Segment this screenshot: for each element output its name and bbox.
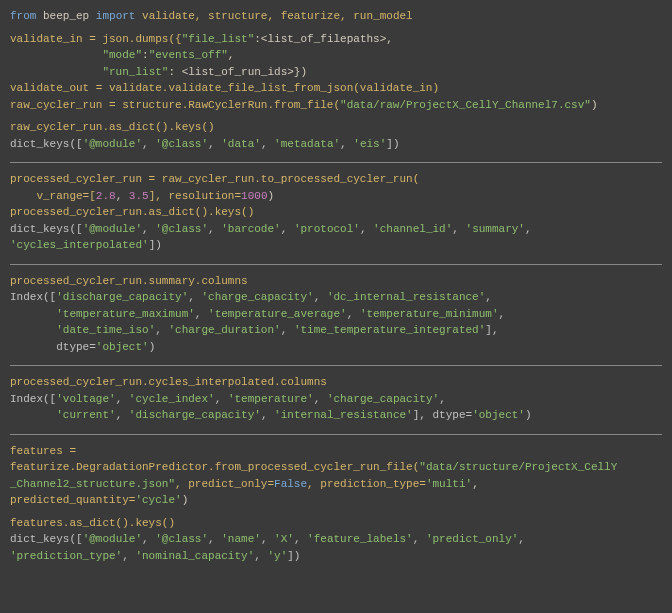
code-line: processed_cycler_run.as_dict().keys() [10,204,662,221]
string: 'internal_resistance' [274,409,413,421]
kw-false: False [274,478,307,490]
punct: , [142,533,155,545]
string: "data/raw/ProjectX_CellY_Channel7.csv" [340,99,591,111]
punct: ) [267,190,274,202]
kw-import: import [96,10,136,22]
string: 'summary' [466,223,525,235]
string: 'charge_capacity' [327,393,439,405]
code: processed_cycler_run = raw_cycler_run.to… [10,173,419,185]
string: 'time_temperature_integrated' [294,324,485,336]
out: dict_keys([ [10,138,83,150]
punct: , [208,138,221,150]
code-line: raw_cycler_run = structure.RawCyclerRun.… [10,97,662,114]
string: 'current' [56,409,115,421]
punct: , [122,550,135,562]
output-line: 'date_time_iso', 'charge_duration', 'tim… [10,322,662,339]
punct: ]) [287,550,300,562]
punct: ) [182,494,189,506]
separator [10,264,662,265]
out: Index([ [10,291,56,303]
string: 'temperature_minimum' [360,308,499,320]
separator [10,365,662,366]
indent [10,324,56,336]
string: 'y' [267,550,287,562]
punct: , [188,291,201,303]
punct: , [360,223,373,235]
import-names: validate, structure, featurize, run_mode… [135,10,412,22]
punct: , [116,190,129,202]
output-line: dtype='object') [10,339,662,356]
code: features = [10,445,76,457]
punct: , [208,223,221,235]
output-line: 'prediction_type', 'nominal_capacity', '… [10,548,662,565]
string: '@module' [83,533,142,545]
punct: , [314,291,327,303]
indent [10,66,102,78]
punct: , [439,393,446,405]
code-line: validate_out = validate.validate_file_li… [10,80,662,97]
code-line: features.as_dict().keys() [10,515,662,532]
string: 'X' [274,533,294,545]
string: 'object' [472,409,525,421]
code: : <list_of_run_ids>}) [168,66,307,78]
punct: , [195,308,208,320]
string: '@class' [155,223,208,235]
separator [10,434,662,435]
punct: ) [525,409,532,421]
code: , predict_only= [175,478,274,490]
code: dtype= [10,341,96,353]
punct: , [116,393,129,405]
code-line: "run_list": <list_of_run_ids>}) [10,64,662,81]
string: "mode" [102,49,142,61]
punct: , [499,308,506,320]
string: 'name' [221,533,261,545]
code: :<list_of_filepaths>, [254,33,393,45]
punct: , [347,308,360,320]
code: v_range=[ [10,190,96,202]
punct: , [485,291,492,303]
punct: , [413,533,426,545]
string: 'object' [96,341,149,353]
code: , prediction_type= [307,478,426,490]
punct: , [261,409,274,421]
punct: : [142,49,149,61]
code-block-1: from beep_ep import validate, structure,… [10,8,662,152]
string: "run_list" [102,66,168,78]
punct: , [142,138,155,150]
string: 'dc_internal_resistance' [327,291,485,303]
string: '@class' [155,533,208,545]
punct: , [142,223,155,235]
code: raw_cycler_run.as_dict().keys() [10,121,215,133]
code: processed_cycler_run.cycles_interpolated… [10,376,327,388]
punct: , [314,393,327,405]
punct: , [261,533,274,545]
punct: , [294,533,307,545]
string: 'prediction_type' [10,550,122,562]
number: 3.5 [129,190,149,202]
punct: , [518,533,525,545]
string: 'channel_id' [373,223,452,235]
code: features.as_dict().keys() [10,517,175,529]
string: "data/structure/ProjectX_CellY [419,461,617,473]
string: 'eis' [353,138,386,150]
punct: , [452,223,465,235]
out: dict_keys([ [10,223,83,235]
out: dict_keys([ [10,533,83,545]
output-line: dict_keys(['@module', '@class', 'name', … [10,531,662,548]
string: 'temperature' [228,393,314,405]
punct: , [472,478,479,490]
code-line: _Channel2_structure.json", predict_only=… [10,476,662,493]
code-line: from beep_ep import validate, structure,… [10,8,662,25]
code: validate_in = json.dumps({ [10,33,182,45]
punct: ) [591,99,598,111]
code-line: processed_cycler_run.summary.columns [10,273,662,290]
string: 'cycle' [135,494,181,506]
punct: , [155,324,168,336]
indent [10,308,56,320]
code: ], dtype= [413,409,472,421]
string: 'feature_labels' [307,533,413,545]
string: 'discharge_capacity' [129,409,261,421]
module-name: beep_ep [36,10,95,22]
code-line: "mode":"events_off", [10,47,662,64]
code: featurize.DegradationPredictor.from_proc… [10,461,419,473]
